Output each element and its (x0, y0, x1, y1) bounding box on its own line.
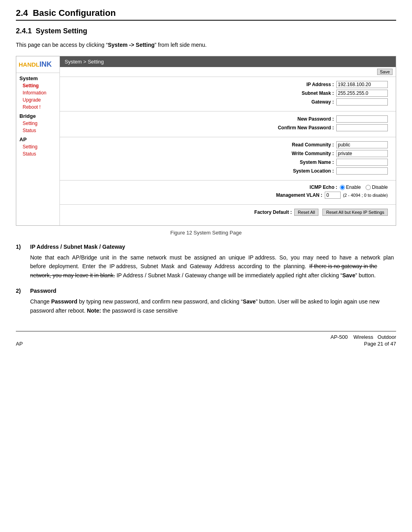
icmp-disable-label[interactable]: Disable (366, 184, 388, 190)
item-1-number: 1) (16, 244, 24, 250)
icmp-echo-label: ICMP Echo : (274, 184, 337, 190)
intro-paragraph: This page can be access by clicking “Sys… (16, 42, 396, 48)
item-2-header: 2) Password (16, 288, 396, 294)
new-password-label: New Password : (270, 116, 334, 122)
system-name-row: System Name : (68, 159, 388, 166)
sidebar-link-bridge-setting[interactable]: Setting (16, 120, 59, 127)
factory-buttons: Reset All Reset All but Keep IP Settings (294, 209, 388, 216)
sidebar-system-label: System (16, 73, 59, 82)
subnet-mask-row: Subnet Mask : (68, 90, 388, 97)
footer-category: AP (16, 341, 23, 347)
password-section: New Password : Confirm New Password : (60, 111, 396, 137)
management-vlan-hint: (2 - 4094 ; 0 to disable) (343, 193, 388, 198)
main-panel: System > Setting Save IP Address : Subne… (60, 56, 396, 225)
system-location-input[interactable] (336, 167, 388, 175)
ui-screenshot: HANDLINK System Setting Information Upgr… (16, 56, 396, 226)
subnet-mask-label: Subnet Mask : (270, 90, 334, 96)
item-1-section: 1) IP Address / Subnet Mask / Gateway No… (16, 244, 396, 280)
save-bar: Save (60, 67, 396, 77)
note-bold: Note: (87, 307, 101, 314)
ip-address-row: IP Address : (68, 81, 388, 88)
reset-all-button[interactable]: Reset All (294, 209, 318, 216)
ip-address-label: IP Address : (270, 82, 334, 87)
read-community-input[interactable] (336, 141, 388, 148)
reset-keep-ip-button[interactable]: Reset All but Keep IP Settings (322, 209, 388, 216)
sidebar-link-ap-setting[interactable]: Setting (16, 143, 59, 150)
figure-caption: Figure 12 System Setting Page (16, 230, 396, 236)
system-name-label: System Name : (270, 159, 334, 165)
sidebar-system-section: System Setting Information Upgrade Reboo… (16, 73, 59, 111)
logo-text: HANDLINK (19, 61, 52, 68)
item-1-header: 1) IP Address / Subnet Mask / Gateway (16, 244, 396, 250)
sidebar-bridge-label: Bridge (16, 111, 59, 120)
footer-bottom-row: AP Page 21 of 47 (16, 341, 396, 347)
save-bold-2: Save (243, 298, 256, 305)
write-community-label: Write Community : (270, 151, 334, 156)
footer-page: Page 21 of 47 (364, 341, 396, 347)
confirm-password-row: Confirm New Password : (68, 124, 388, 131)
main-header: System > Setting (60, 56, 396, 67)
sidebar-link-information[interactable]: Information (16, 89, 59, 96)
confirm-password-label: Confirm New Password : (270, 125, 334, 131)
item-2-section: 2) Password Change Password by typing ne… (16, 288, 396, 315)
gateway-row: Gateway : (68, 98, 388, 106)
confirm-password-input[interactable] (336, 124, 388, 131)
icmp-enable-radio[interactable] (340, 185, 345, 190)
item-1-heading: IP Address / Subnet Mask / Gateway (30, 244, 125, 250)
item-1-body: Note that each AP/Bridge unit in the sam… (30, 253, 396, 280)
footer-type2: Outdoor (378, 334, 396, 340)
footer-top-row: AP-500 Wireless Outdoor (16, 334, 396, 340)
icmp-vlan-section: ICMP Echo : Enable Disable Management VL… (60, 181, 396, 205)
new-password-input[interactable] (336, 115, 388, 123)
sidebar-link-setting[interactable]: Setting (16, 82, 59, 89)
subsection-title: 2.4.1 System Setting (16, 27, 396, 35)
icmp-radio-group: Enable Disable (340, 184, 388, 190)
ip-section: IP Address : Subnet Mask : Gateway : (60, 77, 396, 111)
sidebar-link-bridge-status[interactable]: Status (16, 127, 59, 134)
read-community-row: Read Community : (68, 141, 388, 148)
factory-section: Factory Default : Reset All Reset All bu… (60, 205, 396, 221)
save-button[interactable]: Save (377, 69, 393, 75)
item-2-number: 2) (16, 288, 24, 294)
item-2-body: Change Password by typing new password, … (30, 297, 396, 315)
read-community-label: Read Community : (270, 142, 334, 148)
page-footer: AP-500 Wireless Outdoor AP Page 21 of 47 (16, 331, 396, 347)
sidebar: HANDLINK System Setting Information Upgr… (16, 56, 60, 225)
bottom-spacer (60, 221, 396, 225)
management-vlan-input[interactable] (325, 192, 341, 199)
new-password-row: New Password : (68, 115, 388, 123)
ip-address-input[interactable] (336, 81, 388, 88)
gateway-label: Gateway : (270, 99, 334, 105)
sidebar-ap-label: AP (16, 134, 59, 143)
sidebar-bridge-section: Bridge Setting Status (16, 111, 59, 134)
icmp-echo-row: ICMP Echo : Enable Disable (68, 184, 388, 190)
footer-product: AP-500 (331, 334, 348, 340)
management-vlan-label: Management VLAN : (259, 192, 322, 198)
system-location-label: System Location : (270, 168, 334, 174)
item-2-heading: Password (30, 288, 56, 294)
section-title: 2.4 Basic Configuration (16, 8, 396, 21)
sidebar-ap-section: AP Setting Status (16, 134, 59, 157)
snmp-section: Read Community : Write Community : Syste… (60, 137, 396, 181)
sidebar-link-upgrade[interactable]: Upgrade (16, 96, 59, 104)
sidebar-link-ap-status[interactable]: Status (16, 150, 59, 157)
password-bold: Password (51, 298, 77, 305)
write-community-input[interactable] (336, 150, 388, 157)
icmp-enable-label[interactable]: Enable (340, 184, 361, 190)
sidebar-link-reboot[interactable]: Reboot ! (16, 104, 59, 111)
icmp-disable-radio[interactable] (366, 185, 371, 190)
write-community-row: Write Community : (68, 150, 388, 157)
factory-default-row: Factory Default : Reset All Reset All bu… (68, 209, 388, 216)
system-location-row: System Location : (68, 167, 388, 175)
sidebar-logo: HANDLINK (16, 56, 59, 73)
factory-default-label: Factory Default : (228, 209, 292, 215)
footer-type1: Wireless (353, 334, 373, 340)
management-vlan-row: Management VLAN : (2 - 4094 ; 0 to disab… (68, 192, 388, 199)
gateway-input[interactable] (336, 98, 388, 106)
system-name-input[interactable] (336, 159, 388, 166)
save-bold-1: Save (342, 272, 355, 278)
strikethrough-text: If there is no gateway in the network, y… (30, 263, 377, 278)
subnet-mask-input[interactable] (336, 90, 388, 97)
